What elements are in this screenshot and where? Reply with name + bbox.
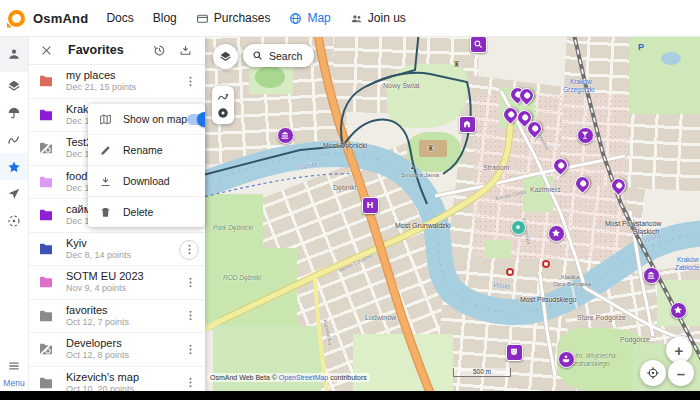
favorites-folder-row[interactable]: DevelopersOct 12, 8 points <box>28 333 205 367</box>
poi-marker-dot[interactable] <box>511 220 526 235</box>
folder-icon <box>38 140 54 160</box>
folder-name: Kyiv <box>66 237 87 249</box>
folder-name: favorites <box>66 304 108 316</box>
favorites-folder-row[interactable]: KyivDec 8, 14 points <box>28 233 205 267</box>
trash-icon <box>99 206 112 219</box>
hidden-eye-off-icon <box>38 140 54 156</box>
context-menu-item-download[interactable]: Download <box>88 166 205 197</box>
map-label: Ojca Bernatka <box>553 281 591 287</box>
favorite-pin-marker[interactable] <box>607 175 628 196</box>
folder-icon <box>38 107 54 127</box>
map-label: Most Powstańców <box>605 220 661 227</box>
close-icon[interactable] <box>40 44 53 57</box>
kebab-menu-icon[interactable] <box>181 374 199 392</box>
zoom-out-button[interactable]: – <box>668 360 694 386</box>
folder-icon <box>38 73 54 93</box>
menu-button[interactable]: Menu <box>0 359 28 388</box>
favorites-folder-row[interactable]: SOTM EU 2023Nov 9, 4 points <box>28 266 205 300</box>
sidebar-item-layers[interactable] <box>0 72 28 99</box>
folder-icon <box>38 174 54 194</box>
folder-subtitle: Nov 9, 4 points <box>66 283 126 293</box>
pencil-icon <box>99 144 112 157</box>
kebab-menu-icon[interactable] <box>181 340 199 358</box>
poi-marker-martini[interactable] <box>577 127 594 144</box>
folder-name: SOTM EU 2023 <box>66 270 144 282</box>
poi-marker-star[interactable] <box>670 302 687 319</box>
nav-label: Blog <box>153 11 177 25</box>
osmand-logo-icon <box>8 10 25 27</box>
kebab-menu-icon[interactable] <box>179 240 199 260</box>
sidebar-item-star[interactable] <box>0 153 28 180</box>
show-on-map-toggle[interactable] <box>187 114 205 125</box>
panel-title: Favorites <box>68 43 153 57</box>
nav-item-join-us[interactable]: Join us <box>350 11 406 25</box>
folder-icon <box>38 207 54 227</box>
map-tools[interactable] <box>212 86 234 124</box>
map-label: Kazimierz <box>530 186 561 193</box>
favorite-pin-marker[interactable] <box>571 173 592 194</box>
map-label: Zabłocie <box>675 264 700 271</box>
nav-item-purchases[interactable]: Purchases <box>196 11 271 25</box>
poi-marker-star[interactable] <box>548 225 565 242</box>
map-layers-button[interactable] <box>213 44 238 69</box>
map-attribution: OsmAnd Web Beta © OpenStreetMap contribu… <box>207 373 370 382</box>
info-circle-icon[interactable] <box>217 107 229 119</box>
search-label: Search <box>269 50 302 62</box>
poi-marker-masks[interactable] <box>506 344 523 361</box>
folder-icon <box>38 241 54 261</box>
poi-marker-columns[interactable] <box>643 267 660 284</box>
kebab-menu-icon[interactable] <box>181 307 199 325</box>
brand-title: OsmAnd <box>33 11 88 26</box>
map-label: Bednarskiego <box>570 360 610 367</box>
sidebar-item-route-dashed[interactable] <box>0 207 28 234</box>
nav-item-docs[interactable]: Docs <box>106 11 133 25</box>
folder-subtitle: Dec 8, 14 points <box>66 250 131 260</box>
poi-marker-red[interactable] <box>542 260 550 268</box>
context-menu-item-delete[interactable]: Delete <box>88 197 205 227</box>
context-menu-label: Rename <box>123 144 205 156</box>
poi-marker-bath[interactable] <box>558 351 575 368</box>
poi-marker-building[interactable] <box>459 116 476 133</box>
sidebar-item-person[interactable] <box>0 36 28 72</box>
bottom-black-bar <box>0 391 700 400</box>
favorites-folder-row[interactable]: my placesDec 21, 15 points <box>28 65 205 99</box>
kebab-menu-icon[interactable] <box>181 72 199 90</box>
map-label: Wisła <box>493 281 511 290</box>
favorite-pin-marker[interactable] <box>549 155 570 176</box>
import-icon[interactable] <box>179 44 192 57</box>
map-markers-layer: Nowy ŚwiatDębnikiStradomKazimierzLudwinó… <box>205 36 700 400</box>
locate-button[interactable] <box>640 360 666 386</box>
nav-item-map[interactable]: Map <box>289 11 330 25</box>
map-canvas[interactable]: Nowy ŚwiatDębnikiStradomKazimierzLudwinó… <box>205 36 700 400</box>
map-label: Kapelanka <box>322 319 333 346</box>
poi-marker-H[interactable]: H <box>362 197 379 214</box>
sidebar-item-track[interactable] <box>0 126 28 153</box>
favorites-folder-row[interactable]: favoritesOct 12, 7 points <box>28 300 205 334</box>
context-menu-item-show-on-map[interactable]: Show on map <box>88 104 205 135</box>
map-label: Most Piłsudskiego <box>520 296 576 303</box>
poi-marker-red[interactable] <box>506 268 514 276</box>
nav-item-blog[interactable]: Blog <box>153 11 177 25</box>
nav-links: DocsBlogPurchasesMapJoin us <box>106 11 405 25</box>
umbrella-icon <box>7 106 21 120</box>
context-menu-item-rename[interactable]: Rename <box>88 135 205 166</box>
plan-route-icon[interactable] <box>217 91 229 103</box>
kebab-menu-icon[interactable] <box>181 273 199 291</box>
history-icon[interactable] <box>153 44 166 57</box>
sidebar-item-umbrella[interactable] <box>0 99 28 126</box>
navigation-icon <box>7 187 21 201</box>
nav-label: Docs <box>106 11 133 25</box>
download-icon <box>99 175 112 188</box>
map-search-button[interactable]: Search <box>243 44 314 67</box>
map-label: ♜ <box>427 144 434 153</box>
sidebar-item-navigation[interactable] <box>0 180 28 207</box>
favorites-panel-header: Favorites <box>28 36 205 65</box>
osm-link[interactable]: OpenStreetMap <box>279 374 328 381</box>
star-icon <box>7 160 21 174</box>
poi-marker-search[interactable] <box>470 36 487 53</box>
hamburger-icon <box>7 359 21 376</box>
hidden-eye-off-icon <box>38 341 54 357</box>
folder-subtitle: Oct 12, 8 points <box>66 350 129 360</box>
poi-marker-columns[interactable] <box>277 127 294 144</box>
wallet-icon <box>196 12 209 25</box>
